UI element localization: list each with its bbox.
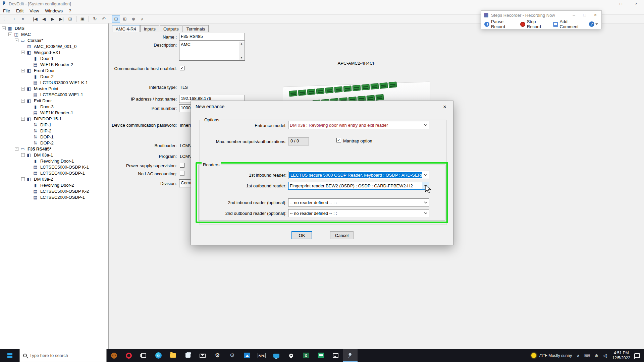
power-supply-checkbox[interactable] xyxy=(180,163,184,168)
tree-collapse-icon[interactable]: − xyxy=(2,26,6,30)
tree-item-dip-dop-15-1[interactable]: −◧DIP/DOP 15-1 xyxy=(0,116,108,122)
menu-windows[interactable]: Windows xyxy=(42,8,66,14)
tree-item-door-2[interactable]: ▮Door-2 xyxy=(0,73,108,79)
go-previous-icon[interactable]: ◀ xyxy=(40,15,48,23)
tree-collapse-icon[interactable]: − xyxy=(8,33,12,36)
device-view-icon[interactable]: ⊡ xyxy=(112,15,120,23)
settings-icon[interactable]: ⚙ xyxy=(210,349,225,362)
image-viewer-icon[interactable] xyxy=(328,349,343,362)
refresh-icon[interactable]: ↻ xyxy=(91,15,99,23)
tree-item-dop-1[interactable]: ⇅DOP-1 xyxy=(0,134,108,140)
minimize-icon[interactable]: – xyxy=(598,0,613,7)
chevron-down-icon[interactable] xyxy=(422,199,429,206)
taskbar-search[interactable]: Type here to search xyxy=(19,349,107,362)
hidden-icons-chevron[interactable]: ∧ xyxy=(574,353,582,358)
first-outbound-reader-combobox[interactable]: Fingerprint reader BEW2 (OSDP) : OSDP : … xyxy=(288,182,429,190)
locate-icon[interactable]: ⊕ xyxy=(129,15,138,23)
undo-icon[interactable]: ↶ xyxy=(100,15,108,23)
search-icon[interactable]: ⌕ xyxy=(138,15,146,23)
network-icon[interactable]: ⊕ xyxy=(592,353,600,358)
mail-icon[interactable] xyxy=(195,349,210,362)
help-menu-button[interactable]: ? xyxy=(589,21,598,27)
second-outbound-reader-combobox[interactable]: -- no reader defined -- : : xyxy=(288,209,429,217)
touch-keyboard-icon[interactable]: ⌨ xyxy=(582,353,592,358)
start-button[interactable] xyxy=(0,349,19,362)
tree-item-dip-2[interactable]: ⇅DIP-2 xyxy=(0,128,108,134)
pause-record-button[interactable]: Pause Record xyxy=(484,19,516,29)
edge-icon[interactable]: e xyxy=(151,349,166,362)
scroll-down-icon[interactable]: ▼ xyxy=(240,56,243,59)
tab-outputs[interactable]: Outputs xyxy=(160,25,182,32)
first-inbound-reader-combobox[interactable]: LECTUS secure 5000 OSDP Reader, keyboard… xyxy=(288,171,429,179)
steps-close-icon[interactable]: × xyxy=(590,11,601,19)
menu-view[interactable]: View xyxy=(26,8,42,14)
tree-item-weigand-ext[interactable]: −◧Weigand-EXT xyxy=(0,49,108,55)
menu-file[interactable]: File xyxy=(0,8,13,14)
tree-collapse-icon[interactable]: − xyxy=(15,39,18,42)
tab-inputs[interactable]: Inputs xyxy=(140,25,159,32)
tree-collapse-icon[interactable]: − xyxy=(15,147,18,151)
chevron-down-icon[interactable] xyxy=(422,171,429,179)
tree-collapse-icon[interactable]: − xyxy=(21,117,25,121)
file-explorer-icon[interactable] xyxy=(166,349,180,362)
tree-collapse-icon[interactable]: − xyxy=(21,51,25,54)
tree-collapse-icon[interactable]: − xyxy=(21,69,25,72)
rps-icon[interactable]: RPS xyxy=(254,349,269,362)
chevron-down-icon[interactable] xyxy=(422,121,429,129)
tree-view-icon[interactable]: ⊞ xyxy=(66,15,74,23)
notification-center-icon[interactable] xyxy=(634,353,640,358)
dialog-close-icon[interactable]: × xyxy=(439,103,450,111)
chevron-down-icon[interactable] xyxy=(422,209,429,217)
maps-icon[interactable] xyxy=(284,349,299,362)
tree-collapse-icon[interactable]: − xyxy=(21,153,25,157)
weather-widget[interactable]: 71°F Mostly sunny xyxy=(529,353,574,358)
org-view-icon[interactable]: ⊞ xyxy=(121,15,129,23)
tree-item-lctsec5000-osdp-k-2[interactable]: ▤LCTSEC5000-OSDP K-2 xyxy=(0,188,108,194)
entrance-model-combobox[interactable]: DM 03a : Revolving door with entry and e… xyxy=(288,121,429,129)
tree-item-door-1[interactable]: ▮Door-1 xyxy=(0,55,108,61)
opera-icon[interactable] xyxy=(121,349,136,362)
description-scrollbar[interactable]: ▲▼ xyxy=(239,42,244,60)
go-next-icon[interactable]: ▶ xyxy=(49,15,57,23)
add-comment-button[interactable]: Add Comment xyxy=(553,19,584,29)
menu-[interactable]: ? xyxy=(66,8,74,14)
maximize-icon[interactable]: □ xyxy=(613,0,629,7)
gingerbread-icon[interactable] xyxy=(107,349,121,362)
ok-button[interactable]: OK xyxy=(291,231,312,239)
add-icon[interactable]: + xyxy=(10,15,18,23)
menu-edit[interactable]: Edit xyxy=(13,8,26,14)
stop-record-button[interactable]: Stop Record xyxy=(520,19,548,29)
tab-terminals[interactable]: Terminals xyxy=(183,25,209,32)
delete-icon[interactable]: × xyxy=(19,15,27,23)
go-last-icon[interactable]: ▶| xyxy=(57,15,65,23)
tree-item-dms[interactable]: −▦DMS xyxy=(0,25,108,31)
tree-collapse-icon[interactable]: − xyxy=(21,177,25,181)
save-icon[interactable]: ▣ xyxy=(78,15,87,23)
store-icon[interactable] xyxy=(180,349,195,362)
close-icon[interactable]: × xyxy=(629,0,644,7)
no-lac-checkbox[interactable] xyxy=(180,171,184,176)
mantrap-checkbox[interactable]: ✓ xyxy=(336,138,341,142)
tree-collapse-icon[interactable]: − xyxy=(21,87,25,90)
steps-minimize-icon[interactable]: – xyxy=(569,11,579,19)
tree-collapse-icon[interactable]: − xyxy=(21,99,25,103)
photos-icon[interactable] xyxy=(239,349,254,362)
comm-to-host-checkbox[interactable]: ✓ xyxy=(180,66,184,70)
second-inbound-reader-combobox[interactable]: -- no reader defined -- : : xyxy=(288,198,429,206)
sheet-icon[interactable] xyxy=(313,349,328,362)
display-icon[interactable] xyxy=(269,349,284,362)
cancel-button[interactable]: Cancel xyxy=(330,231,354,239)
task-view-icon[interactable] xyxy=(136,349,151,362)
excel-icon[interactable]: X xyxy=(299,349,313,362)
tree-item-label: DOP-1 xyxy=(40,134,54,139)
volume-icon[interactable]: ◁) xyxy=(600,353,609,358)
system-gear-icon[interactable]: ⚙ xyxy=(225,349,239,362)
scroll-up-icon[interactable]: ▲ xyxy=(240,42,243,45)
devedit-wrench-icon[interactable] xyxy=(343,349,358,362)
tab-amc-4-r4[interactable]: AMC 4-R4 xyxy=(112,25,140,32)
taskbar-clock[interactable]: 4:51 PM 12/5/2022 xyxy=(610,351,633,361)
go-first-icon[interactable]: |◀ xyxy=(31,15,39,23)
description-input[interactable]: AMC ▲▼ xyxy=(179,41,245,61)
name-input[interactable]: F35 RS485 xyxy=(179,33,245,41)
tree-item-lctsec2000-osdp-1[interactable]: ▤LCTSEC2000-OSDP-1 xyxy=(0,194,108,200)
